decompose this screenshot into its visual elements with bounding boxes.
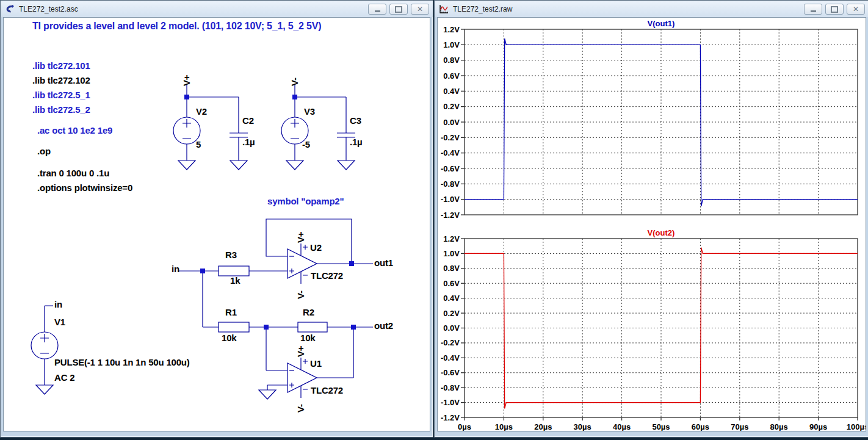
label-r1[interactable]: R1 bbox=[225, 308, 237, 317]
capacitor-c3[interactable] bbox=[337, 97, 355, 160]
directive-op[interactable]: .op bbox=[37, 146, 51, 156]
net-label-out1[interactable]: out1 bbox=[374, 258, 393, 268]
ground-symbol[interactable] bbox=[178, 160, 195, 170]
y-tick-label: 1.0V bbox=[443, 249, 460, 258]
value-u1[interactable]: TLC272 bbox=[311, 386, 343, 395]
directive-ac[interactable]: .ac oct 10 1e2 1e9 bbox=[37, 126, 112, 135]
y-tick-label: 0.0V bbox=[443, 323, 460, 333]
capacitor-c2[interactable] bbox=[230, 97, 248, 160]
label-v2[interactable]: V2 bbox=[196, 107, 207, 117]
net-label-vplus[interactable]: V+ bbox=[182, 75, 192, 86]
value-r2[interactable]: 10k bbox=[300, 333, 315, 343]
y-tick-label: 0.4V bbox=[443, 294, 460, 303]
ground-symbol[interactable] bbox=[36, 385, 53, 394]
ground-symbol[interactable] bbox=[259, 390, 276, 399]
value-v1-pulse[interactable]: PULSE(-1 1 10u 1n 1n 50u 100u) bbox=[54, 358, 190, 367]
y-tick-label: 0.6V bbox=[443, 279, 460, 288]
label-u1[interactable]: U1 bbox=[310, 359, 322, 369]
close-button[interactable]: ✕ bbox=[847, 4, 865, 15]
value-c2[interactable]: .1µ bbox=[242, 137, 255, 147]
label-c3[interactable]: C3 bbox=[350, 116, 361, 126]
x-tick-label: 80µs bbox=[770, 422, 788, 431]
y-tick-label: -0.6V bbox=[441, 368, 460, 377]
schematic-canvas[interactable]: TI provides a level and level 2 model. (… bbox=[3, 17, 430, 431]
wire[interactable] bbox=[178, 219, 373, 327]
net-label-in-v1[interactable]: in bbox=[54, 300, 62, 309]
value-c3[interactable]: .1µ bbox=[350, 137, 363, 147]
minimize-button[interactable] bbox=[368, 4, 386, 15]
voltage-source-v2[interactable] bbox=[173, 84, 239, 160]
node-dots bbox=[184, 95, 356, 330]
resistor-r1[interactable] bbox=[219, 322, 249, 332]
net-label-vminus[interactable]: V- bbox=[290, 78, 300, 86]
directive-tran[interactable]: .tran 0 100u 0 .1u bbox=[37, 168, 109, 178]
voltage-source-v3[interactable] bbox=[281, 84, 346, 160]
waveform-pane-V(out1)[interactable]: 1.2V1.0V0.8V0.6V0.4V0.2V0.0V-0.2V-0.4V-0… bbox=[441, 19, 858, 220]
resistor-r3[interactable] bbox=[219, 266, 249, 276]
label-c2[interactable]: C2 bbox=[242, 116, 254, 126]
u2-vplus-pin-label[interactable]: V+ bbox=[296, 232, 306, 243]
resistor-r2[interactable] bbox=[298, 322, 327, 332]
u1-vminus-pin-label[interactable]: V- bbox=[296, 404, 306, 413]
y-tick-label: 0.8V bbox=[443, 264, 460, 273]
ground-symbol[interactable] bbox=[286, 160, 303, 170]
restore-button[interactable] bbox=[389, 4, 408, 15]
restore-button[interactable] bbox=[825, 4, 844, 15]
ltspice-waveform-icon bbox=[439, 4, 449, 14]
value-r1[interactable]: 10k bbox=[222, 333, 236, 343]
directive-lib-102[interactable]: .lib tlc272.102 bbox=[32, 76, 90, 85]
schematic-window-titlebar[interactable]: TLE272_test2.asc ✕ bbox=[1, 1, 433, 17]
directive-lib-5-1[interactable]: .lib tlc272.5_1 bbox=[32, 90, 90, 100]
label-u2[interactable]: U2 bbox=[310, 243, 322, 253]
waveform-plots[interactable]: 1.2V1.0V0.8V0.6V0.4V0.2V0.0V-0.2V-0.4V-0… bbox=[438, 18, 866, 431]
minimize-icon bbox=[811, 10, 816, 12]
y-tick-label: 0.2V bbox=[443, 102, 460, 111]
y-tick-label: 0.4V bbox=[443, 87, 460, 96]
value-v1-ac[interactable]: AC 2 bbox=[54, 373, 74, 383]
value-r3[interactable]: 1k bbox=[230, 276, 240, 286]
label-v3[interactable]: V3 bbox=[304, 107, 315, 117]
u1-vplus-pin-label[interactable]: V+ bbox=[296, 346, 306, 357]
x-tick-label: 40µs bbox=[613, 422, 631, 431]
net-label-out2[interactable]: out2 bbox=[374, 321, 393, 331]
waveform-window-titlebar[interactable]: TLE272_test2.raw ✕ bbox=[435, 1, 868, 17]
ground-symbol[interactable] bbox=[338, 160, 355, 170]
y-tick-label: 0.8V bbox=[443, 56, 460, 65]
x-tick-label: 70µs bbox=[731, 422, 748, 431]
net-label-in[interactable]: in bbox=[172, 264, 179, 274]
value-v2[interactable]: 5 bbox=[196, 140, 201, 150]
u2-vminus-pin-label[interactable]: V- bbox=[296, 290, 306, 299]
window-title: TLE272_test2.asc bbox=[19, 5, 78, 13]
label-r2[interactable]: R2 bbox=[303, 308, 314, 317]
x-tick-label: 10µs bbox=[495, 422, 513, 431]
ground-symbol[interactable] bbox=[230, 160, 247, 170]
restore-icon bbox=[831, 6, 838, 13]
waveform-pane-V(out2)[interactable]: 1.2V1.0V0.8V0.6V0.4V0.2V0.0V-0.2V-0.4V-0… bbox=[441, 228, 866, 431]
directive-lib-101[interactable]: .lib tlc272.101 bbox=[32, 61, 90, 71]
y-tick-label: -1.2V bbox=[441, 211, 460, 220]
x-tick-label: 90µs bbox=[809, 422, 827, 431]
y-tick-label: -0.2V bbox=[441, 338, 460, 347]
directive-options[interactable]: .options plotwinsize=0 bbox=[37, 183, 132, 193]
y-tick-label: 1.2V bbox=[443, 234, 460, 243]
window-title: TLE272_test2.raw bbox=[453, 5, 512, 13]
plot-area[interactable]: 1.2V1.0V0.8V0.6V0.4V0.2V0.0V-0.2V-0.4V-0… bbox=[437, 17, 866, 431]
y-tick-label: -0.8V bbox=[441, 179, 460, 189]
close-button[interactable]: ✕ bbox=[411, 4, 429, 15]
comment-header[interactable]: TI provides a level and level 2 model. (… bbox=[32, 21, 321, 32]
y-tick-label: 0.2V bbox=[443, 309, 460, 318]
directive-lib-5-2[interactable]: .lib tlc272.5_2 bbox=[32, 105, 90, 115]
y-tick-label: -0.4V bbox=[441, 148, 460, 157]
y-tick-label: -0.8V bbox=[441, 383, 460, 392]
minimize-button[interactable] bbox=[804, 4, 822, 15]
label-v1[interactable]: V1 bbox=[54, 317, 65, 327]
value-v3[interactable]: -5 bbox=[302, 140, 310, 150]
x-tick-label: 50µs bbox=[652, 422, 670, 431]
pane-title[interactable]: V(out2) bbox=[648, 228, 675, 237]
label-r3[interactable]: R3 bbox=[225, 250, 237, 260]
minimize-icon bbox=[375, 10, 380, 12]
value-u2[interactable]: TLC272 bbox=[311, 271, 343, 281]
pane-title[interactable]: V(out1) bbox=[648, 19, 675, 28]
comment-symbol-opamp2[interactable]: symbol "opamp2" bbox=[267, 197, 344, 206]
y-tick-label: 1.0V bbox=[443, 40, 460, 49]
